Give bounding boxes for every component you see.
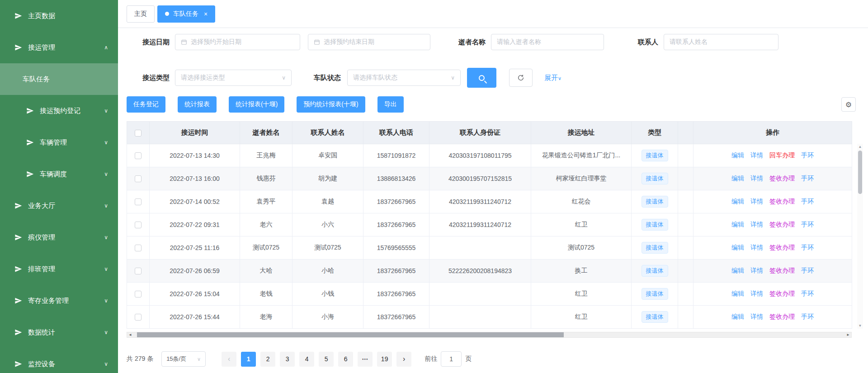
row-checkbox[interactable] — [135, 314, 142, 321]
tab-1[interactable]: 车队任务× — [157, 5, 215, 23]
action-link-签收办理[interactable]: 签收办理 — [769, 198, 795, 205]
search-button[interactable] — [467, 68, 496, 88]
refresh-button[interactable] — [509, 69, 533, 87]
action-link-详情[interactable]: 详情 — [750, 313, 763, 320]
toolbar-button-3[interactable]: 预约统计报表(十堰) — [297, 96, 365, 113]
action-link-编辑[interactable]: 编辑 — [731, 221, 744, 228]
action-link-编辑[interactable]: 编辑 — [731, 151, 744, 159]
page-button-2[interactable]: 2 — [260, 352, 275, 367]
toolbar-button-2[interactable]: 统计报表(十堰) — [229, 96, 284, 113]
sidebar-item-6[interactable]: 业务大厅∨ — [0, 190, 118, 222]
action-link-详情[interactable]: 详情 — [750, 175, 763, 182]
action-link-详情[interactable]: 详情 — [750, 244, 763, 251]
action-link-编辑[interactable]: 编辑 — [731, 175, 744, 182]
sidebar-item-2[interactable]: 车队任务 — [0, 63, 118, 95]
page-button-1[interactable]: 1 — [241, 352, 256, 367]
row-checkbox[interactable] — [135, 198, 142, 205]
sidebar-item-3[interactable]: 接运预约登记∨ — [0, 95, 118, 127]
date-start-input[interactable]: 选择预约开始日期 — [175, 34, 300, 50]
goto-label: 前往 — [425, 355, 437, 363]
contact-phone-cell: 15769565555 — [363, 236, 429, 260]
toolbar-button-1[interactable]: 统计报表 — [178, 96, 217, 113]
page-button-6[interactable]: 6 — [338, 352, 353, 367]
page-button-5[interactable]: 5 — [319, 352, 334, 367]
action-link-手环[interactable]: 手环 — [801, 221, 814, 228]
sidebar-item-5[interactable]: 车辆调度∨ — [0, 158, 118, 190]
sidebar-item-7[interactable]: 殡仪管理∨ — [0, 222, 118, 253]
actions-cell: 编辑详情签收办理手环 — [693, 190, 852, 213]
expand-link[interactable]: 展开∨ — [544, 74, 561, 82]
page-button-4[interactable]: 4 — [299, 352, 314, 367]
action-link-手环[interactable]: 手环 — [801, 151, 814, 159]
action-link-签收办理[interactable]: 签收办理 — [769, 267, 795, 274]
action-link-详情[interactable]: 详情 — [750, 151, 763, 159]
close-tab-icon[interactable]: × — [204, 11, 208, 17]
action-link-手环[interactable]: 手环 — [801, 175, 814, 182]
action-link-详情[interactable]: 详情 — [750, 290, 763, 297]
action-link-签收办理[interactable]: 签收办理 — [769, 175, 795, 182]
toolbar-button-0[interactable]: 任务登记 — [127, 96, 165, 113]
page-button-3[interactable]: 3 — [280, 352, 295, 367]
select-all-checkbox[interactable] — [135, 130, 142, 137]
action-link-签收办理[interactable]: 签收办理 — [769, 244, 795, 251]
pickup-type-select[interactable]: 请选择接运类型 ∨ — [175, 70, 292, 86]
sidebar-item-0[interactable]: 主页数据 — [0, 0, 118, 32]
horizontal-scroll-track[interactable] — [133, 332, 845, 337]
vertical-scroll-thumb[interactable] — [858, 151, 862, 194]
sidebar-item-9[interactable]: 寄存业务管理∨ — [0, 285, 118, 316]
fleet-status-select[interactable]: 请选择车队状态 ∨ — [347, 70, 461, 86]
action-link-编辑[interactable]: 编辑 — [731, 198, 744, 205]
deceased-name-input[interactable]: 请输入逝者名称 — [491, 34, 604, 50]
action-link-编辑[interactable]: 编辑 — [731, 290, 744, 297]
action-link-签收办理[interactable]: 签收办理 — [769, 313, 795, 320]
row-checkbox[interactable] — [135, 222, 142, 228]
action-link-手环[interactable]: 手环 — [801, 198, 814, 205]
chevron-down-icon: ∨ — [104, 139, 108, 146]
contact-input[interactable]: 请联系人姓名 — [664, 34, 778, 50]
row-checkbox[interactable] — [135, 268, 142, 274]
row-checkbox[interactable] — [135, 291, 142, 297]
row-checkbox[interactable] — [135, 152, 142, 159]
sidebar-item-4[interactable]: 车辆管理∨ — [0, 127, 118, 158]
action-link-编辑[interactable]: 编辑 — [731, 313, 744, 320]
sidebar-item-1[interactable]: 接运管理∧ — [0, 32, 118, 63]
action-link-手环[interactable]: 手环 — [801, 244, 814, 251]
scroll-right-icon[interactable]: ► — [845, 332, 851, 337]
toolbar-button-4[interactable]: 导出 — [377, 96, 404, 113]
action-link-编辑[interactable]: 编辑 — [731, 244, 744, 251]
column-header-6: 类型 — [632, 122, 678, 144]
page-size-select[interactable]: 15条/页 ∨ — [161, 351, 206, 367]
scroll-up-icon[interactable]: ▲ — [859, 144, 862, 150]
goto-page-input[interactable] — [441, 351, 462, 367]
action-link-详情[interactable]: 详情 — [750, 267, 763, 274]
column-settings-button[interactable]: ⚙ — [841, 97, 856, 112]
next-page-button[interactable]: › — [396, 352, 411, 367]
row-checkbox[interactable] — [135, 245, 142, 251]
action-link-详情[interactable]: 详情 — [750, 198, 763, 205]
sidebar-item-11[interactable]: 监控设备∨ — [0, 348, 118, 373]
action-link-手环[interactable]: 手环 — [801, 290, 814, 297]
horizontal-scrollbar[interactable]: ◄ ► — [127, 332, 852, 338]
action-link-编辑[interactable]: 编辑 — [731, 267, 744, 274]
sidebar-item-10[interactable]: 数据统计∨ — [0, 316, 118, 348]
action-link-签收办理[interactable]: 签收办理 — [769, 221, 795, 228]
tab-0[interactable]: 主页 — [127, 5, 155, 23]
row-checkbox[interactable] — [135, 175, 142, 182]
action-link-签收办理[interactable]: 签收办理 — [769, 290, 795, 297]
content: 接运日期 选择预约开始日期 选择预约结束日期 逝者名称 请输入逝者名称 联系人 … — [118, 28, 868, 373]
date-end-input[interactable]: 选择预约结束日期 — [308, 34, 430, 50]
page-ellipsis[interactable]: ••• — [358, 352, 373, 367]
action-link-手环[interactable]: 手环 — [801, 313, 814, 320]
prev-page-button[interactable]: ‹ — [222, 352, 236, 367]
horizontal-scroll-thumb[interactable] — [137, 332, 564, 337]
page-button-19[interactable]: 19 — [377, 352, 392, 367]
scroll-left-icon[interactable]: ◄ — [127, 332, 133, 337]
action-link-回车办理[interactable]: 回车办理 — [769, 151, 795, 159]
type-badge: 接遗体 — [642, 219, 668, 231]
vertical-scrollbar[interactable]: ▲ ▼ — [857, 144, 863, 329]
action-link-手环[interactable]: 手环 — [801, 267, 814, 274]
action-link-详情[interactable]: 详情 — [750, 221, 763, 228]
sidebar-item-label: 数据统计 — [28, 328, 55, 337]
sidebar-item-8[interactable]: 排班管理∨ — [0, 253, 118, 285]
scroll-down-icon[interactable]: ▼ — [859, 323, 862, 329]
